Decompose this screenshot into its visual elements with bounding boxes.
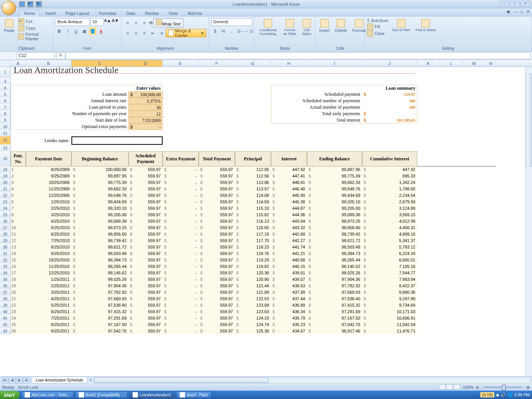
italic-button[interactable]: I: [64, 27, 71, 35]
input-value[interactable]: 12: [128, 111, 163, 117]
tab-view[interactable]: View: [164, 10, 182, 17]
row-header[interactable]: 10: [0, 124, 11, 130]
view-layout-button[interactable]: [446, 384, 453, 390]
row-header[interactable]: 18: [0, 166, 11, 173]
comma-button[interactable]: ,: [228, 27, 236, 35]
select-all-button[interactable]: [0, 60, 11, 66]
name-box[interactable]: C12: [17, 52, 55, 59]
row-header[interactable]: 36: [0, 283, 11, 289]
row-header[interactable]: 6: [0, 98, 11, 104]
number-format-combo[interactable]: General: [211, 18, 252, 26]
row-header[interactable]: 19: [0, 173, 11, 179]
decrease-decimal-button[interactable]: ←.0: [245, 27, 252, 35]
redo-icon[interactable]: ↷: [36, 1, 42, 7]
column-header[interactable]: F: [199, 60, 235, 66]
worksheet-grid[interactable]: 1Loan Amortization Schedule34Enter value…: [0, 67, 525, 376]
merge-center-button[interactable]: Merge & Center▾: [166, 29, 206, 37]
input-value[interactable]: 5.375%: [128, 98, 163, 104]
conditional-formatting-button[interactable]: Conditional Formatting: [257, 18, 279, 36]
input-value[interactable]: $-: [128, 124, 163, 130]
row-header[interactable]: 20: [0, 179, 11, 186]
tray-icon[interactable]: 🔊: [500, 393, 506, 397]
autosum-button[interactable]: ΣAutoSum: [367, 18, 388, 23]
decrease-indent-button[interactable]: ⇤: [149, 29, 157, 37]
next-sheet-button[interactable]: ▶: [16, 377, 23, 383]
underline-button[interactable]: U: [72, 27, 80, 35]
align-center-button[interactable]: ≡: [132, 29, 140, 37]
font-color-button[interactable]: A: [97, 27, 105, 35]
align-top-button[interactable]: ≡: [124, 19, 131, 27]
column-header[interactable]: D: [128, 60, 163, 66]
column-header[interactable]: G: [235, 60, 271, 66]
currency-button[interactable]: $: [211, 27, 219, 35]
paste-button[interactable]: Paste: [2, 18, 16, 33]
row-header[interactable]: 31: [0, 250, 11, 257]
row-header[interactable]: 43: [0, 328, 11, 334]
sheet-tab[interactable]: Loan Amortization Schedule: [32, 377, 87, 383]
office-button[interactable]: [2, 1, 16, 15]
row-header[interactable]: 38: [0, 296, 11, 302]
row-header[interactable]: 7: [0, 104, 11, 111]
format-as-table-button[interactable]: Format as Table: [282, 18, 298, 36]
align-right-button[interactable]: ≡: [141, 29, 148, 37]
tab-formulas[interactable]: Formulas: [95, 10, 121, 17]
row-header[interactable]: 26: [0, 218, 11, 225]
tab-insert[interactable]: Insert: [41, 10, 60, 17]
zoom-in-button[interactable]: ⊕: [526, 385, 530, 390]
input-value[interactable]: 30: [128, 104, 163, 111]
tray-icon[interactable]: 🌐: [507, 393, 513, 397]
shrink-font-button[interactable]: A▼: [112, 18, 119, 26]
close-button[interactable]: ✕: [521, 1, 530, 7]
taskbar-task[interactable]: Book1 [Compatibility ...: [75, 391, 128, 398]
view-break-button[interactable]: [453, 384, 460, 390]
increase-decimal-button[interactable]: .0→: [236, 27, 244, 35]
column-header[interactable]: J: [362, 60, 417, 66]
fill-color-button[interactable]: 🪣: [89, 27, 97, 35]
taskbar-task[interactable]: LoanAmortization1: [129, 391, 174, 398]
column-header[interactable]: B: [26, 60, 71, 66]
row-header[interactable]: 4: [0, 85, 11, 91]
align-left-button[interactable]: ≡: [124, 29, 131, 37]
column-header[interactable]: H: [271, 60, 307, 66]
font-name-combo[interactable]: Book Antiqua: [55, 18, 90, 26]
tab-data[interactable]: Data: [122, 10, 139, 17]
find-select-button[interactable]: Find & Select: [414, 18, 438, 33]
increase-indent-button[interactable]: ⇥: [157, 29, 165, 37]
orientation-button[interactable]: ⟲: [149, 21, 152, 25]
zoom-level[interactable]: 100%: [463, 385, 473, 390]
row-header[interactable]: 16: [0, 151, 11, 166]
row-header[interactable]: 33: [0, 263, 11, 270]
row-header[interactable]: 13: [0, 145, 11, 151]
format-painter-button[interactable]: Format Painter: [18, 32, 51, 41]
mdi-minimize-icon[interactable]: —: [513, 9, 518, 14]
column-header[interactable]: L: [440, 60, 463, 66]
horizontal-scrollbar[interactable]: [94, 377, 530, 383]
zoom-out-button[interactable]: ⊖: [476, 385, 479, 390]
row-header[interactable]: 23: [0, 199, 11, 205]
column-header[interactable]: A: [11, 60, 26, 66]
vertical-scrollbar[interactable]: [525, 67, 532, 376]
row-header[interactable]: 37: [0, 289, 11, 296]
tab-home[interactable]: Home: [19, 10, 40, 17]
row-header[interactable]: 12: [0, 136, 11, 145]
row-header[interactable]: 28: [0, 231, 11, 238]
lender-name-input[interactable]: [71, 136, 163, 145]
formula-input[interactable]: [65, 52, 530, 59]
first-sheet-button[interactable]: ⏮: [2, 377, 8, 383]
row-header[interactable]: 39: [0, 302, 11, 309]
taskbar-task[interactable]: AimLoan.com - Onlin...: [21, 391, 74, 398]
row-header[interactable]: 3: [0, 78, 11, 85]
align-middle-button[interactable]: ≡: [132, 19, 140, 27]
maximize-button[interactable]: □: [510, 1, 520, 7]
row-header[interactable]: 5: [0, 91, 11, 98]
border-button[interactable]: ▦: [81, 27, 88, 35]
row-header[interactable]: 35: [0, 276, 11, 283]
row-header[interactable]: 42: [0, 321, 11, 328]
bold-button[interactable]: B: [55, 27, 63, 35]
fx-icon[interactable]: fx: [56, 52, 65, 59]
column-header[interactable]: I: [307, 60, 362, 66]
tray-icon[interactable]: ◆: [496, 393, 499, 397]
view-normal-button[interactable]: [439, 384, 446, 390]
row-header[interactable]: 29: [0, 238, 11, 244]
wrap-text-button[interactable]: Wrap Text: [153, 18, 183, 27]
